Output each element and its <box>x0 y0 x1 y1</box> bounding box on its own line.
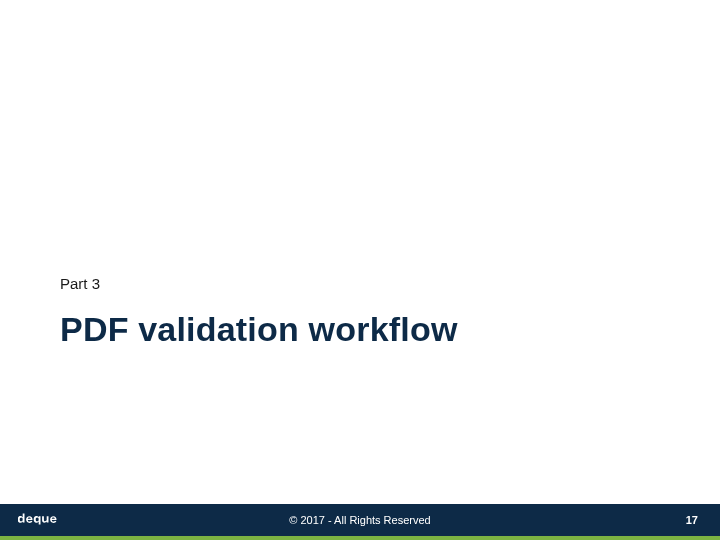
slide-title: PDF validation workflow <box>60 310 660 349</box>
slide: Part 3 PDF validation workflow <box>0 0 720 540</box>
content-area: Part 3 PDF validation workflow <box>60 275 660 349</box>
part-label: Part 3 <box>60 275 660 292</box>
accent-stripe <box>0 536 720 540</box>
page-number: 17 <box>686 514 698 526</box>
copyright-text: © 2017 - All Rights Reserved <box>289 514 430 526</box>
footer-bar: © 2017 - All Rights Reserved 17 <box>0 504 720 536</box>
footer: © 2017 - All Rights Reserved 17 <box>0 504 720 540</box>
brand-logo <box>18 510 78 530</box>
deque-logo-icon <box>18 510 78 526</box>
